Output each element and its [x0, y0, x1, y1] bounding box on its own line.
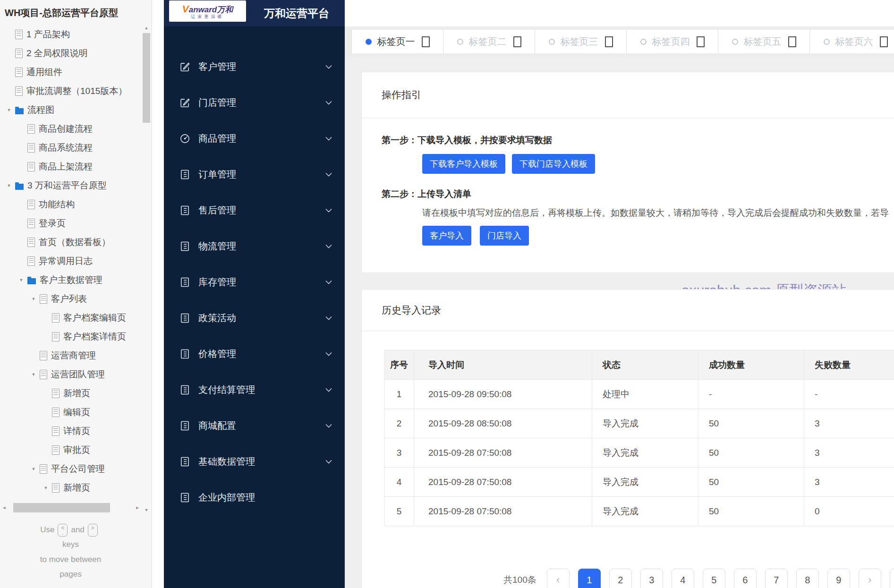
scroll-down-icon[interactable]: ▼ — [142, 507, 151, 513]
chevron-down-icon — [325, 280, 332, 284]
menu-item-customer-mgmt[interactable]: 客户管理 — [164, 49, 345, 85]
page-button-7[interactable]: 7 — [765, 569, 788, 588]
sitemap-vertical-scrollbar[interactable]: ▲ ▼ — [142, 25, 151, 513]
sitemap-item[interactable]: ▼运营团队管理 — [0, 365, 152, 384]
page-icon — [27, 256, 35, 266]
page-button-9[interactable]: 9 — [827, 569, 850, 588]
sitemap-item[interactable]: 客户档案详情页 — [0, 327, 152, 346]
placeholder-glyph-icon — [788, 36, 796, 47]
tab-page-3[interactable]: 标签页三 — [535, 30, 627, 53]
sitemap-item[interactable]: 新增页 — [0, 384, 152, 403]
sitemap-item[interactable]: 编辑页 — [0, 403, 152, 422]
sitemap-item[interactable]: 客户档案编辑页 — [0, 308, 152, 327]
sitemap-item[interactable]: 商品上架流程 — [0, 157, 152, 176]
pagination: 共100条 ‹ 1 2 3 4 5 6 7 8 9 › 10 — [503, 569, 894, 588]
menu-item-mall-config[interactable]: 商城配置 — [164, 408, 345, 443]
list-doc-icon — [179, 169, 190, 180]
inactive-dot-icon — [640, 39, 647, 45]
sitemap-folder[interactable]: ▼流程图 — [0, 101, 152, 119]
sitemap-item[interactable]: 功能结构 — [0, 195, 152, 214]
scroll-right-icon[interactable]: ► — [134, 505, 141, 510]
menu-item-policy-activity[interactable]: 政策活动 — [164, 300, 345, 336]
table-cell: 50 — [698, 497, 804, 526]
sitemap-item[interactable]: 登录页 — [0, 214, 152, 233]
sitemap-item[interactable]: ▼新增页 — [0, 478, 152, 497]
vertical-scrollbar-thumb[interactable] — [143, 33, 150, 123]
tab-page-4[interactable]: 标签页四 — [627, 30, 718, 53]
tab-page-6[interactable]: 标签页六 — [810, 30, 894, 53]
sitemap-item[interactable]: 运营商管理 — [0, 346, 152, 365]
col-index: 序号 — [385, 350, 414, 380]
table-cell: 3 — [804, 468, 894, 497]
sitemap-item[interactable]: ▼客户列表 — [0, 290, 152, 308]
menu-item-payment-settlement[interactable]: 支付结算管理 — [164, 372, 345, 408]
chevron-down-icon — [325, 136, 332, 141]
sitemap-item[interactable]: 审批页 — [0, 441, 152, 460]
tab-page-5[interactable]: 标签页五 — [718, 30, 810, 53]
col-fail-count: 失败数量 — [804, 350, 894, 380]
page-button-4[interactable]: 4 — [672, 569, 694, 588]
page-button-8[interactable]: 8 — [796, 569, 819, 588]
next-page-button[interactable]: › — [859, 569, 881, 588]
page-button-2[interactable]: 2 — [609, 569, 632, 588]
table-cell: 1 — [385, 380, 414, 409]
page-button-3[interactable]: 3 — [640, 569, 663, 588]
page-icon — [40, 351, 47, 360]
menu-item-product-mgmt[interactable]: 商品管理 — [164, 120, 345, 156]
expand-arrow-icon[interactable]: ▼ — [15, 278, 27, 282]
sitemap-item[interactable]: 商品系统流程 — [0, 138, 152, 157]
expand-arrow-icon[interactable]: ▼ — [3, 183, 15, 188]
chevron-down-icon — [325, 208, 332, 213]
menu-item-aftersales-mgmt[interactable]: 售后管理 — [164, 192, 345, 228]
list-doc-icon — [179, 277, 190, 288]
sitemap-horizontal-scrollbar[interactable]: ◄ ► — [1, 503, 141, 513]
download-store-template-button[interactable]: 下载门店导入模板 — [512, 154, 595, 174]
app-title: 万和运营平台 — [264, 0, 329, 26]
sitemap-item[interactable]: 异常调用日志 — [0, 252, 152, 271]
sitemap-folder[interactable]: ▼客户主数据管理 — [0, 271, 152, 290]
prev-page-button[interactable]: ‹ — [547, 569, 570, 588]
menu-item-basic-data-mgmt[interactable]: 基础数据管理 — [164, 443, 345, 479]
key-less-than: <, — [58, 524, 68, 537]
menu-item-logistics-mgmt[interactable]: 物流管理 — [164, 228, 345, 264]
menu-item-store-mgmt[interactable]: 门店管理 — [164, 85, 345, 120]
sitemap-item[interactable]: ▼平台公司管理 — [0, 460, 152, 478]
table-cell: 3 — [385, 438, 414, 468]
scroll-up-icon[interactable]: ▲ — [142, 25, 151, 31]
tab-page-2[interactable]: 标签页二 — [443, 30, 535, 53]
menu-item-price-mgmt[interactable]: 价格管理 — [164, 336, 345, 372]
horizontal-scrollbar-thumb[interactable] — [13, 503, 110, 512]
sitemap-folder[interactable]: ▼3 万和运营平台原型 — [0, 176, 152, 195]
download-customer-template-button[interactable]: 下载客户导入模板 — [422, 154, 505, 174]
col-import-time: 导入时间 — [414, 350, 592, 380]
menu-item-order-mgmt[interactable]: 订单管理 — [164, 156, 345, 192]
table-row: 2 2015-09-28 08:50:08 导入完成 50 3 — [385, 409, 894, 438]
expand-arrow-icon[interactable]: ▼ — [27, 372, 40, 377]
sitemap-item[interactable]: 2 全局权限说明 — [0, 44, 152, 63]
scroll-left-icon[interactable]: ◄ — [1, 505, 8, 510]
sitemap-item[interactable]: 1 产品架构 — [0, 25, 152, 44]
page-button-5[interactable]: 5 — [703, 569, 725, 588]
sitemap-item[interactable]: 首页（数据看板） — [0, 233, 152, 252]
customer-import-button[interactable]: 客户导入 — [422, 226, 471, 246]
expand-arrow-icon[interactable]: ▼ — [27, 297, 40, 301]
sitemap-item[interactable]: 详情页 — [0, 422, 152, 441]
menu-item-inventory-mgmt[interactable]: 库存管理 — [164, 264, 345, 300]
expand-arrow-icon[interactable]: ▼ — [3, 108, 15, 112]
tab-page-1[interactable]: 标签页一 — [352, 30, 443, 53]
folder-icon — [15, 184, 24, 190]
expand-arrow-icon[interactable]: ▼ — [40, 486, 52, 490]
page-icon — [27, 162, 35, 171]
sitemap-item[interactable]: 通用组件 — [0, 63, 152, 82]
placeholder-glyph-icon — [422, 36, 430, 47]
menu-item-internal-mgmt[interactable]: 企业内部管理 — [164, 479, 345, 515]
table-row: 4 2015-09-28 07:50:08 导入完成 50 3 — [385, 468, 894, 497]
sitemap-item[interactable]: 审批流调整（1015版本） — [0, 82, 152, 101]
page-icon — [52, 408, 60, 417]
page-button-10[interactable]: 10 — [890, 569, 894, 588]
store-import-button[interactable]: 门店导入 — [480, 226, 529, 246]
page-button-6[interactable]: 6 — [734, 569, 757, 588]
page-button-1[interactable]: 1 — [578, 569, 601, 588]
sitemap-item[interactable]: 商品创建流程 — [0, 119, 152, 138]
expand-arrow-icon[interactable]: ▼ — [27, 467, 40, 471]
